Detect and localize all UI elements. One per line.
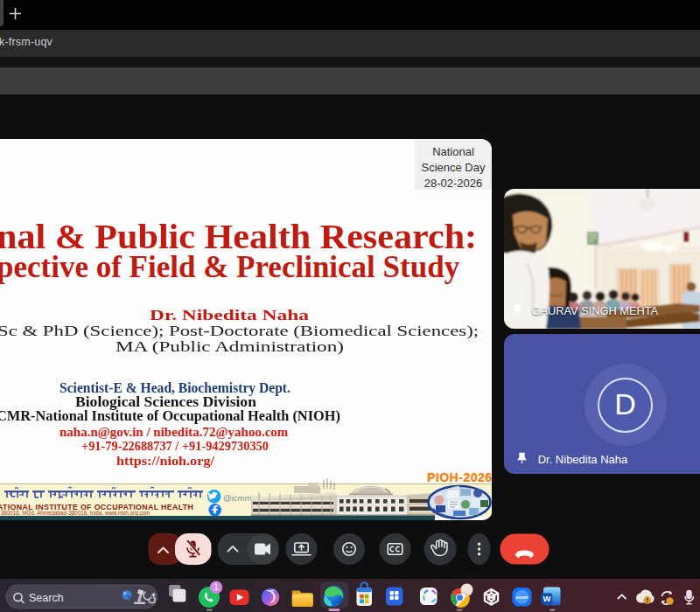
- svg-text:zoom: zoom: [516, 595, 528, 600]
- svg-text:1: 1: [214, 582, 219, 592]
- svg-text:W: W: [542, 594, 550, 603]
- svg-text:- 380016. MGd. Ahmedabad-38001: - 380016. MGd. Ahmedabad-380016. India. …: [0, 510, 150, 517]
- svg-text:Search: Search: [29, 592, 64, 604]
